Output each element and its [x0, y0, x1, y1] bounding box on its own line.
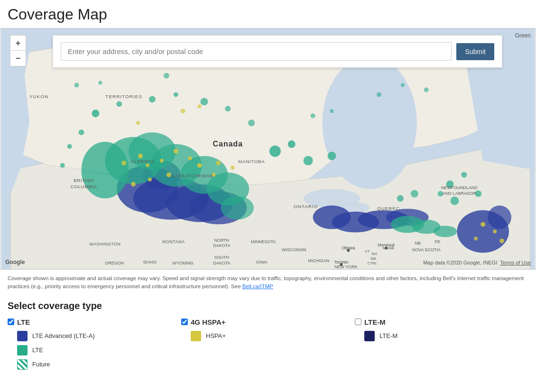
coverage-section: Select coverage type LTE LTE Advanced (L…: [0, 296, 536, 383]
lte-label[interactable]: LTE: [17, 318, 30, 326]
svg-point-55: [377, 92, 381, 97]
svg-point-32: [434, 226, 457, 237]
svg-point-3: [323, 57, 417, 189]
svg-point-69: [146, 164, 149, 167]
svg-text:MINNESOTA: MINNESOTA: [251, 239, 276, 244]
svg-text:MICHIGAN: MICHIGAN: [308, 258, 329, 263]
svg-text:MAINE: MAINE: [382, 246, 394, 250]
svg-text:ALBERTA: ALBERTA: [130, 159, 155, 164]
google-logo: Google: [5, 259, 25, 265]
coverage-heading: Select coverage type: [8, 301, 528, 311]
svg-point-27: [288, 140, 296, 148]
svg-text:NEWFOUNDLAND: NEWFOUNDLAND: [441, 185, 478, 190]
map-attribution: Map data ©2020 Google, INEGI Terms of Us…: [423, 260, 531, 265]
lte-swatch: [17, 345, 28, 356]
disclaimer: Coverage shown is approximate and actual…: [0, 270, 536, 296]
svg-point-50: [74, 83, 79, 88]
future-swatch: [17, 359, 28, 370]
svg-text:COLUMBIA: COLUMBIA: [71, 184, 97, 189]
svg-text:PE: PE: [435, 239, 441, 244]
svg-point-34: [116, 101, 122, 107]
svg-point-53: [311, 113, 315, 118]
zoom-out-button[interactable]: −: [10, 51, 26, 66]
svg-point-76: [499, 238, 504, 243]
svg-text:MONTANA: MONTANA: [162, 239, 185, 244]
svg-text:MANITOBA: MANITOBA: [238, 159, 265, 164]
svg-text:ONTARIO: ONTARIO: [294, 204, 318, 209]
svg-text:IDAHO: IDAHO: [143, 260, 157, 264]
svg-text:NOVA SCOTIA: NOVA SCOTIA: [412, 247, 441, 252]
svg-text:NEW YORK: NEW YORK: [334, 264, 358, 269]
svg-text:SOUTH: SOUTH: [214, 255, 229, 260]
zoom-in-button[interactable]: +: [10, 36, 26, 51]
submit-button[interactable]: Submit: [456, 43, 494, 60]
svg-text:IOWA: IOWA: [256, 260, 268, 264]
svg-point-51: [98, 81, 102, 85]
search-input[interactable]: [61, 42, 452, 61]
terms-link[interactable]: Terms of Use: [500, 260, 531, 265]
svg-text:CTRI.: CTRI.: [368, 261, 378, 265]
greenfield-label: Green: [515, 32, 531, 39]
lte-checkbox[interactable]: [8, 319, 14, 325]
svg-text:WASHINGTON: WASHINGTON: [89, 242, 120, 246]
svg-point-46: [450, 197, 459, 205]
svg-point-67: [148, 178, 152, 182]
zoom-controls: + −: [10, 35, 26, 66]
svg-point-40: [79, 129, 84, 135]
hspa-checkbox[interactable]: [181, 319, 188, 325]
svg-point-66: [166, 173, 171, 177]
svg-text:NB: NB: [415, 241, 421, 246]
svg-text:QUEBEC: QUEBEC: [377, 206, 400, 211]
legend-ltem: LTE-M: [364, 331, 514, 341]
svg-point-41: [67, 144, 72, 149]
svg-text:NORTH: NORTH: [214, 238, 230, 243]
search-overlay: Submit: [53, 35, 502, 68]
svg-point-44: [461, 172, 467, 178]
legend-lte: LTE: [17, 345, 167, 356]
svg-point-26: [269, 146, 281, 157]
svg-point-37: [201, 98, 208, 105]
svg-point-48: [411, 190, 418, 198]
svg-point-68: [131, 182, 136, 187]
lte-header: LTE: [8, 318, 167, 326]
svg-point-118: [347, 249, 350, 252]
svg-point-56: [401, 83, 405, 87]
svg-point-25: [221, 196, 254, 220]
svg-text:SASKATCHEWAN: SASKATCHEWAN: [171, 173, 213, 178]
coverage-types: LTE LTE Advanced (LTE-A) LTE Future 4G H…: [8, 318, 528, 374]
svg-point-119: [385, 246, 388, 249]
hspa-swatch: [191, 331, 201, 341]
bell-itmp-link[interactable]: Bell.ca/ITMP: [242, 283, 273, 289]
svg-text:WYOMING: WYOMING: [172, 261, 194, 265]
lte-advanced-label: LTE Advanced (LTE-A): [32, 332, 95, 339]
svg-point-28: [304, 156, 313, 165]
svg-point-18: [488, 206, 511, 229]
attribution-text: Map data ©2020 Google, INEGI: [423, 260, 497, 265]
svg-point-60: [174, 149, 178, 154]
coverage-column-hspa: 4G HSPA+ HSPA+: [181, 318, 355, 374]
coverage-column-ltem: LTE-M LTE-M: [355, 318, 528, 374]
svg-point-72: [198, 104, 202, 108]
coverage-column-lte: LTE LTE Advanced (LTE-A) LTE Future: [8, 318, 181, 374]
svg-point-39: [248, 119, 255, 126]
ltem-label[interactable]: LTE-M: [364, 318, 386, 326]
svg-point-38: [225, 106, 231, 111]
hspa-label-text: HSPA+: [206, 332, 226, 339]
svg-point-61: [188, 156, 192, 160]
hspa-label[interactable]: 4G HSPA+: [191, 318, 226, 326]
svg-text:MA: MA: [370, 256, 377, 261]
svg-text:NH: NH: [371, 252, 377, 256]
ltem-label-text: LTE-M: [379, 332, 397, 339]
legend-future: Future: [17, 359, 167, 370]
ltem-checkbox[interactable]: [355, 319, 361, 325]
svg-text:AND LABRADOR: AND LABRADOR: [443, 191, 476, 196]
svg-point-120: [340, 263, 342, 266]
ltem-swatch: [364, 331, 375, 341]
legend-lte-advanced: LTE Advanced (LTE-A): [17, 331, 167, 341]
page-title: Coverage Map: [0, 0, 536, 28]
ltem-header: LTE-M: [355, 318, 514, 326]
svg-text:Canada: Canada: [213, 140, 243, 148]
map-container: NUNAVUT YUKON TERRITORIES Canada ALBERTA…: [0, 28, 536, 270]
svg-point-58: [138, 154, 143, 158]
svg-text:OREGON: OREGON: [105, 261, 124, 265]
